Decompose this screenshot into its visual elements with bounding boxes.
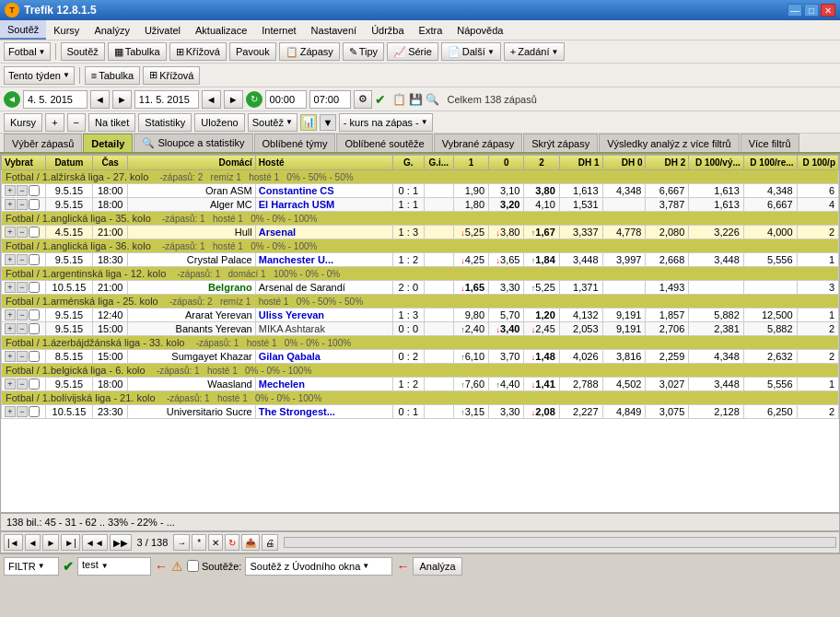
kursy-button[interactable]: Kursy <box>4 113 42 132</box>
filter-left-arrow[interactable]: ← <box>155 559 168 574</box>
row-checkbox[interactable] <box>29 282 40 293</box>
chart-button[interactable]: 📊 <box>300 114 317 131</box>
row-checkbox[interactable] <box>29 323 40 334</box>
tab-sloupce[interactable]: 🔍 Sloupce a statistiky <box>134 134 252 152</box>
print-button[interactable]: 🖨 <box>262 534 278 551</box>
sport-dropdown[interactable]: Fotbal ▼ <box>4 42 51 61</box>
bookmark-button[interactable]: * <box>192 534 206 551</box>
refresh-list-button[interactable]: ↻ <box>225 534 239 551</box>
away-team[interactable]: Uliss Yerevan <box>255 308 392 322</box>
home-team[interactable]: Oran ASM <box>128 184 255 198</box>
date2-nav-left[interactable]: ◄ <box>202 90 221 109</box>
home-team[interactable]: Waasland <box>128 378 255 391</box>
last-page-button[interactable]: ►| <box>61 534 80 551</box>
row-checkbox[interactable] <box>29 227 40 238</box>
prev-date-button[interactable]: ◄ <box>4 91 20 108</box>
col-dh0[interactable]: DH 0 <box>602 156 646 170</box>
tab-skryt[interactable]: Skrýt zápasy <box>523 134 598 152</box>
close-button[interactable]: ✕ <box>821 4 835 17</box>
home-team[interactable]: Hull <box>128 226 255 239</box>
add-button[interactable]: + <box>45 113 64 132</box>
filter-right-arrow[interactable]: ← <box>396 559 409 574</box>
zapasy-button[interactable]: 📋 Zápasy <box>279 42 340 61</box>
filter-input[interactable]: test ▼ <box>77 557 151 576</box>
tipy-button[interactable]: ✎ Tipy <box>343 42 384 61</box>
soutez-button[interactable]: Soutěž <box>61 42 105 61</box>
tab-vice-filtru[interactable]: Více filtrů <box>741 134 799 152</box>
soutez-select[interactable]: Soutěž ▼ <box>248 113 298 132</box>
pavouk-button[interactable]: Pavouk <box>229 42 276 61</box>
time-settings-button[interactable]: ⚙ <box>354 90 372 109</box>
home-team[interactable]: Banants Yerevan <box>128 322 255 336</box>
natiket-button[interactable]: Na tiket <box>88 113 135 132</box>
col-1[interactable]: 1 <box>453 156 488 170</box>
home-team[interactable]: Crystal Palace <box>128 253 255 267</box>
date-from-input[interactable] <box>23 90 88 109</box>
delete-page-button[interactable]: ✕ <box>208 534 223 551</box>
serie-button[interactable]: 📈 Série <box>387 42 438 61</box>
col-dh1[interactable]: DH 1 <box>559 156 602 170</box>
away-team[interactable]: The Strongest... <box>255 405 392 419</box>
next-section-button[interactable]: ▶▶ <box>110 534 132 551</box>
away-team[interactable]: Arsenal de Sarandí <box>255 281 392 295</box>
tabulka-button[interactable]: ▦ Tabulka <box>108 42 167 61</box>
row-checkbox[interactable] <box>29 199 40 210</box>
ulozeno-button[interactable]: Uloženo <box>194 113 244 132</box>
horizontal-scrollbar[interactable] <box>284 537 836 548</box>
menu-kursy[interactable]: Kursy <box>46 20 87 40</box>
away-team[interactable]: Constantine CS <box>255 184 392 198</box>
away-team[interactable]: El Harrach USM <box>255 198 392 212</box>
tab-vysledky[interactable]: Výsledky analýz z více filtrů <box>599 134 740 152</box>
menu-nastaveni[interactable]: Nastavení <box>304 20 365 40</box>
kurs-select[interactable]: - kurs na zápas - ▼ <box>339 113 433 132</box>
goto-button[interactable]: → <box>173 534 190 551</box>
prev-page-button[interactable]: ◄ <box>25 534 41 551</box>
row-checkbox[interactable] <box>29 254 40 265</box>
home-team[interactable]: Belgrano <box>128 281 255 295</box>
period-dropdown[interactable]: Tento týden ▼ <box>4 66 75 85</box>
row-checkbox[interactable] <box>29 378 40 390</box>
krizova-view-button[interactable]: ⊞ Křížová <box>143 66 200 85</box>
away-team[interactable]: MIKA Ashtarak <box>255 322 392 336</box>
row-checkbox[interactable] <box>29 406 40 417</box>
home-team[interactable]: Sumgayet Khazar <box>128 350 255 364</box>
time-from-input[interactable] <box>265 90 307 109</box>
col-d100v[interactable]: D 100/vý... <box>689 156 744 170</box>
dalsi-button[interactable]: 📄 Další ▼ <box>441 42 501 61</box>
home-team[interactable]: Alger MC <box>128 198 255 212</box>
warning-icon[interactable]: ⚠ <box>171 559 183 574</box>
souteze-checkbox[interactable] <box>187 560 199 572</box>
date-to-input[interactable] <box>134 90 199 109</box>
menu-internet[interactable]: Internet <box>254 20 303 40</box>
minimize-button[interactable]: — <box>788 4 802 17</box>
col-dh2[interactable]: DH 2 <box>646 156 689 170</box>
filter-button[interactable]: ▼ <box>320 114 336 131</box>
menu-soutez[interactable]: Soutěž <box>0 20 46 40</box>
export-button[interactable]: 📤 <box>241 534 260 551</box>
confirm-button[interactable]: ✔ <box>375 92 386 107</box>
col-g[interactable]: G. <box>392 156 424 170</box>
col-0[interactable]: 0 <box>489 156 524 170</box>
time-to-input[interactable] <box>309 90 351 109</box>
tab-vyberzapasu[interactable]: Výběr zápasů <box>4 134 82 152</box>
away-team[interactable]: Arsenal <box>255 226 392 239</box>
col-cas[interactable]: Čas <box>93 156 128 170</box>
zadani-button[interactable]: + Zadání ▼ <box>504 42 566 61</box>
away-team[interactable]: Gilan Qabala <box>255 350 392 364</box>
date-nav-left[interactable]: ◄ <box>90 90 110 109</box>
matches-table[interactable]: Vybrat Datum Čas Domácí Hosté G. G.i... … <box>0 154 840 513</box>
col-gi[interactable]: G.i... <box>424 156 453 170</box>
date2-nav-right[interactable]: ► <box>224 90 243 109</box>
col-domaci[interactable]: Domácí <box>128 156 255 170</box>
col-datum[interactable]: Datum <box>45 156 92 170</box>
refresh-button[interactable]: ↻ <box>246 91 262 108</box>
menu-napoveda[interactable]: Nápověda <box>449 20 510 40</box>
menu-uzivatel[interactable]: Uživatel <box>137 20 188 40</box>
remove-button[interactable]: − <box>67 113 86 132</box>
first-page-button[interactable]: |◄ <box>4 534 23 551</box>
analyza-button[interactable]: Analýza <box>413 557 461 576</box>
prev-section-button[interactable]: ◄◄ <box>82 534 108 551</box>
tab-oblibene-tymy[interactable]: Oblíbené týmy <box>254 134 336 152</box>
col-hoste[interactable]: Hosté <box>255 156 392 170</box>
home-team[interactable]: Universitario Sucre <box>128 405 255 419</box>
